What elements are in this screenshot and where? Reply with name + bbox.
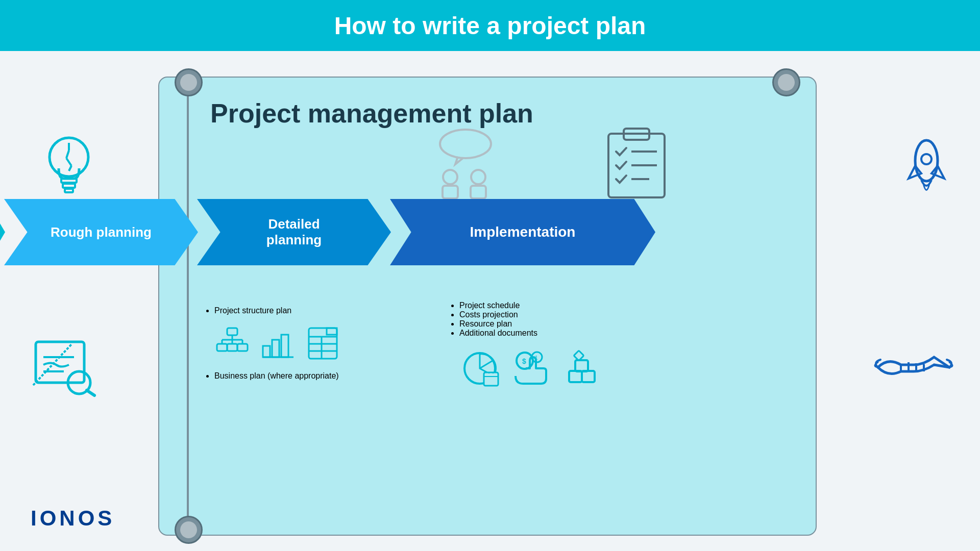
rough-mini-icons [214, 325, 444, 361]
scroll-line-left [187, 78, 189, 535]
svg-point-17 [443, 170, 457, 184]
svg-rect-20 [471, 186, 486, 198]
certificate-icon [31, 337, 97, 398]
arrow-detailed: Detailedplanning [197, 199, 391, 265]
scroll-curl-tl [175, 68, 203, 96]
svg-rect-3 [65, 189, 73, 192]
svg-rect-56 [575, 360, 588, 371]
svg-rect-33 [227, 344, 237, 351]
scroll-curl-bl [175, 516, 203, 544]
svg-line-7 [69, 166, 71, 171]
rough-item-1: Project structure plan [214, 306, 444, 315]
arrow-idea: Idea [0, 199, 5, 265]
svg-rect-57 [574, 350, 584, 361]
detailed-planning-content: Project schedule Costs projection Resour… [459, 301, 679, 399]
svg-rect-36 [272, 340, 279, 357]
discussion-icon [425, 129, 506, 200]
svg-line-5 [66, 151, 69, 158]
svg-rect-37 [281, 335, 288, 357]
svg-line-12 [87, 390, 94, 395]
rough-item-2: Business plan (where appropriate) [214, 371, 444, 381]
svg-rect-1 [61, 179, 77, 183]
svg-point-19 [471, 170, 485, 184]
svg-rect-35 [263, 346, 270, 357]
svg-rect-46 [484, 372, 498, 386]
rough-planning-content: Project structure plan [214, 306, 444, 381]
detailed-item-2: Costs projection [459, 310, 679, 319]
svg-rect-18 [443, 186, 458, 198]
arrow-rough: Rough planning [4, 199, 198, 265]
svg-rect-32 [217, 344, 227, 351]
detailed-item-3: Resource plan [459, 319, 679, 329]
handshake-icon [873, 337, 954, 398]
svg-text:1: 1 [535, 355, 538, 361]
svg-rect-8 [36, 342, 84, 383]
main-content: Project management plan [0, 51, 980, 551]
top-banner: How to write a project plan [0, 0, 980, 51]
scroll-curl-tr [772, 68, 800, 96]
ionos-logo: IONOS [31, 506, 115, 531]
detailed-item-4: Additional documents [459, 329, 679, 338]
svg-rect-55 [582, 371, 595, 382]
svg-line-13 [33, 344, 71, 385]
detailed-mini-icons: $ 1 [459, 348, 679, 389]
svg-rect-2 [63, 184, 75, 188]
detailed-item-1: Project schedule [459, 301, 679, 310]
clipboard-icon [603, 123, 670, 203]
svg-line-45 [480, 361, 493, 368]
arrows-row: Idea Rough planning Detailedplanning Imp… [0, 199, 822, 265]
svg-point-15 [921, 154, 932, 164]
scroll-title: Project management plan [159, 78, 816, 134]
svg-rect-26 [227, 328, 237, 335]
page-title: How to write a project plan [334, 12, 646, 40]
arrow-implementation: Implementation [390, 199, 655, 265]
svg-line-6 [66, 158, 71, 166]
lightbulb-icon [41, 133, 97, 199]
svg-point-16 [440, 130, 491, 158]
rocket-icon [898, 133, 954, 204]
svg-text:$: $ [522, 357, 526, 365]
svg-rect-54 [569, 371, 582, 382]
svg-rect-34 [237, 344, 248, 351]
